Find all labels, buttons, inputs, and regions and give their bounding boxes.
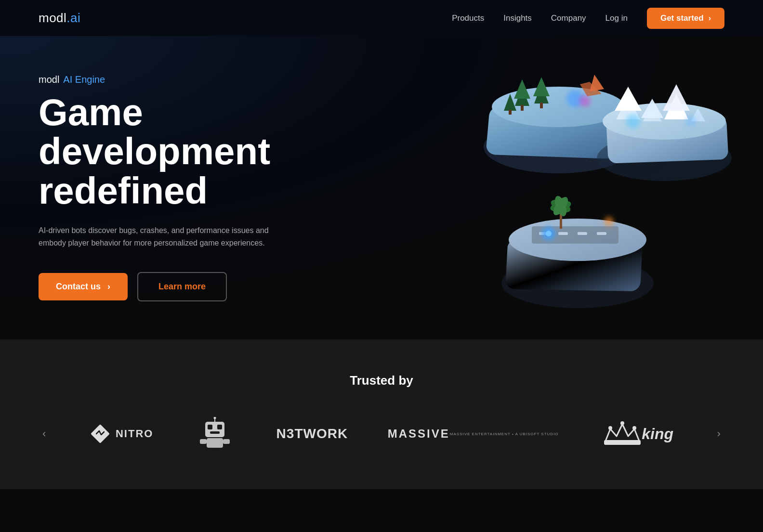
svg-point-57 xyxy=(608,426,612,430)
hero-visual xyxy=(426,36,763,339)
nav-company[interactable]: Company xyxy=(551,13,586,23)
hero-eyebrow: modl AI Engine xyxy=(39,74,328,85)
svg-rect-56 xyxy=(604,440,641,445)
nav-products[interactable]: Products xyxy=(452,13,484,23)
svg-point-59 xyxy=(632,426,636,430)
logo[interactable]: modl.ai xyxy=(39,11,80,26)
hero-title: Game development redefined xyxy=(39,93,328,211)
eyebrow-highlight: AI Engine xyxy=(63,74,105,85)
logo-text: modl.ai xyxy=(39,11,80,26)
trusted-title: Trusted by xyxy=(39,373,724,388)
hero-buttons: Contact us › Learn more xyxy=(39,272,328,301)
svg-rect-47 xyxy=(208,425,212,429)
contact-us-button[interactable]: Contact us › xyxy=(39,273,128,300)
hero-description: AI-driven bots discover bugs, crashes, a… xyxy=(39,224,270,249)
main-nav: Products Insights Company Log in Get sta… xyxy=(452,8,724,29)
king-logo: king king xyxy=(598,419,673,448)
header: modl.ai Products Insights Company Log in… xyxy=(0,0,763,36)
logo-modl: modl xyxy=(39,11,66,25)
svg-rect-34 xyxy=(597,232,606,235)
svg-point-42 xyxy=(604,217,614,226)
get-started-arrow: › xyxy=(709,14,711,23)
nitro-logo-text: NITRO xyxy=(90,423,153,444)
logo-suffix: .ai xyxy=(66,11,80,25)
hero-content: modl AI Engine Game development redefine… xyxy=(39,74,328,302)
king-name: king xyxy=(642,425,673,443)
eyebrow-modl: modl xyxy=(39,74,59,85)
king-icon: king xyxy=(598,419,646,448)
svg-point-41 xyxy=(546,231,552,236)
get-started-label: Get started xyxy=(660,13,704,23)
svg-point-14 xyxy=(579,95,591,107)
get-started-button[interactable]: Get started › xyxy=(647,8,724,29)
n3twork-logo: N3TWORK xyxy=(276,426,348,441)
learn-more-label: Learn more xyxy=(158,282,206,291)
svg-rect-33 xyxy=(578,232,587,235)
bighuge-logo xyxy=(193,417,237,451)
svg-rect-32 xyxy=(558,232,568,235)
svg-marker-13 xyxy=(590,75,604,91)
logos-row: ‹ NITRO xyxy=(39,417,724,451)
n3twork-name: N3TWORK xyxy=(276,426,348,441)
svg-rect-54 xyxy=(223,439,230,444)
learn-more-button[interactable]: Learn more xyxy=(137,272,227,301)
svg-marker-23 xyxy=(663,84,690,111)
svg-rect-10 xyxy=(509,110,512,115)
logos-next-button[interactable]: › xyxy=(713,424,724,444)
nav-login[interactable]: Log in xyxy=(605,13,628,23)
svg-rect-8 xyxy=(540,103,543,108)
contact-label: Contact us xyxy=(56,282,101,292)
contact-arrow: › xyxy=(107,282,110,292)
bighuge-icon xyxy=(193,417,237,451)
svg-rect-53 xyxy=(200,439,207,444)
hero-section: modl AI Engine Game development redefine… xyxy=(0,36,763,339)
nitro-logo: NITRO xyxy=(90,423,153,444)
svg-rect-52 xyxy=(207,438,223,448)
massive-subtitle: MASSIVE ENTERTAINMENT • A UBISOFT STUDIO xyxy=(450,432,559,436)
svg-rect-49 xyxy=(210,431,220,434)
svg-point-25 xyxy=(626,114,640,129)
svg-rect-48 xyxy=(217,425,222,429)
nitro-name: NITRO xyxy=(116,428,153,440)
game-world-illustration xyxy=(455,58,734,318)
nitro-icon xyxy=(90,423,111,444)
svg-marker-7 xyxy=(533,77,550,96)
trusted-section: Trusted by ‹ NITRO xyxy=(0,339,763,489)
svg-point-58 xyxy=(620,421,624,425)
massive-name: MASSIVE xyxy=(388,427,450,441)
massive-logo: MASSIVE MASSIVE ENTERTAINMENT • A UBISOF… xyxy=(388,427,559,441)
svg-rect-46 xyxy=(205,422,224,437)
svg-point-26 xyxy=(685,116,697,127)
svg-rect-5 xyxy=(521,105,524,111)
logos-prev-button[interactable]: ‹ xyxy=(39,424,50,444)
nav-insights[interactable]: Insights xyxy=(503,13,532,23)
svg-point-51 xyxy=(214,417,216,419)
